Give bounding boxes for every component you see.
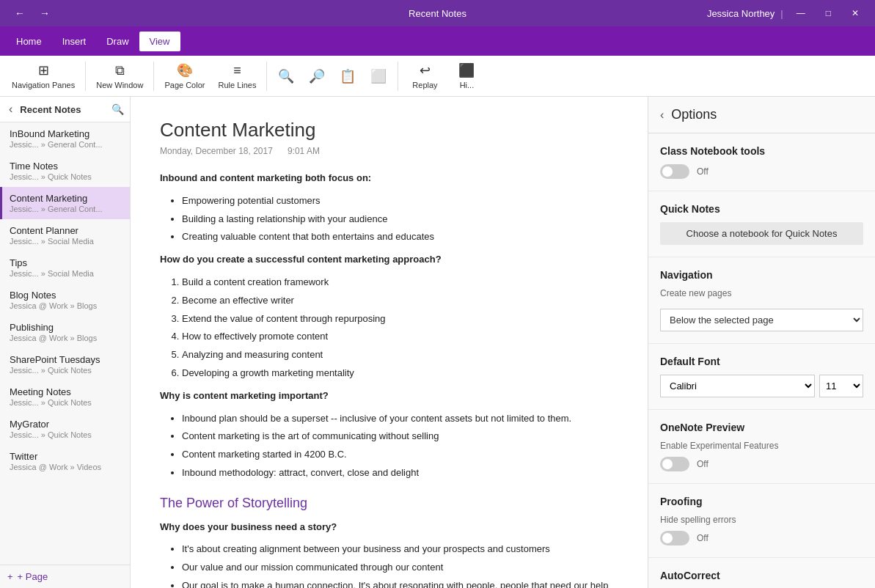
sidebar-title: Recent Notes [15, 104, 111, 115]
view-option1-icon: 📋 [340, 68, 356, 84]
page-date: Monday, December 18, 2017 [160, 146, 273, 156]
minimize-button[interactable]: — [789, 5, 813, 21]
page-body: Inbound and content marketing both focus… [160, 171, 618, 588]
section-heading-3: Why is content marketing important? [160, 390, 329, 401]
page-color-button[interactable]: 🎨 Page Color [158, 59, 210, 94]
list-item: Analyzing and measuring content [182, 348, 618, 363]
sidebar-item-sub: Jessic... » Social Media [10, 237, 122, 246]
navigation-select[interactable]: Below the selected page At the end of se… [660, 309, 863, 331]
replay-label: Replay [412, 81, 437, 89]
sidebar-item-title: Twitter [10, 451, 122, 462]
zoom-out-button[interactable]: 🔍 [271, 59, 301, 94]
options-section-default-font: Default Font Calibri Arial Times New Rom… [648, 344, 875, 410]
menu-view[interactable]: View [139, 32, 180, 51]
nav-forward-button[interactable]: → [34, 4, 56, 22]
view-option2-button[interactable]: ⬜ [364, 59, 393, 94]
sidebar-item-twitter[interactable]: Twitter Jessica @ Work » Videos [0, 445, 130, 477]
toolbar-separator-1 [85, 62, 86, 91]
list-2: Inbound plan should be a superset -- inc… [182, 411, 618, 481]
quick-notes-title: Quick Notes [660, 203, 863, 215]
maximize-button[interactable]: □ [819, 5, 838, 21]
rule-lines-label: Rule Lines [218, 81, 256, 89]
font-family-select[interactable]: Calibri Arial Times New Roman Verdana [660, 375, 815, 397]
options-section-autocorrect: AutoCorrect Capitalize the first letter … [648, 558, 875, 588]
class-notebook-toggle-label: Off [697, 166, 709, 177]
title-bar: ← → Recent Notes Jessica Northey | — □ ✕ [0, 0, 875, 26]
sidebar-item-title: Meeting Notes [10, 386, 122, 397]
list-item: How to effectively promote content [182, 329, 618, 345]
create-new-pages-label: Create new pages [660, 288, 863, 298]
sidebar-item-title: Blog Notes [10, 290, 122, 301]
options-section-proofing: Proofing Hide spelling errors Off [648, 484, 875, 558]
menu-home[interactable]: Home [6, 32, 52, 51]
sidebar-item-tips[interactable]: Tips Jessic... » Social Media [0, 251, 130, 284]
choose-notebook-button[interactable]: Choose a notebook for Quick Notes [660, 222, 863, 245]
menu-bar: Home Insert Draw View [0, 26, 875, 56]
sidebar-item-meeting-notes[interactable]: Meeting Notes Jessic... » Quick Notes [0, 381, 130, 413]
list-item: Empowering potential customers [182, 194, 618, 209]
sidebar-item-content-marketing[interactable]: Content Marketing Jessic... » General Co… [0, 187, 130, 219]
sidebar-item-sub: Jessic... » General Cont... [10, 205, 122, 213]
autocorrect-title: AutoCorrect [660, 570, 863, 581]
window-title: Recent Notes [409, 8, 466, 19]
replay-button[interactable]: ↩ Replay [403, 59, 447, 94]
list-item: Developing a growth marketing mentality [182, 366, 618, 381]
experimental-features-label: Enable Experimental Features [660, 441, 863, 451]
sidebar-item-mygrator[interactable]: MyGrator Jessic... » Quick Notes [0, 413, 130, 445]
class-notebook-toggle[interactable] [660, 164, 689, 179]
options-section-class-notebook: Class Notebook tools Off [648, 133, 875, 191]
sidebar-item-inbound-marketing[interactable]: InBound Marketing Jessic... » General Co… [0, 122, 130, 155]
ordered-list-1: Build a content creation framework Becom… [182, 275, 618, 381]
section-heading-1: Inbound and content marketing both focus… [160, 172, 371, 183]
sidebar-item-sub: Jessic... » General Cont... [10, 140, 122, 149]
sidebar-item-content-planner[interactable]: Content Planner Jessic... » Social Media [0, 219, 130, 251]
font-row: Calibri Arial Times New Roman Verdana 8 … [660, 375, 863, 397]
rule-lines-button[interactable]: ≡ Rule Lines [212, 59, 262, 94]
sidebar-back-button[interactable]: ‹ [6, 101, 15, 117]
sidebar-item-blog-notes[interactable]: Blog Notes Jessica @ Work » Blogs [0, 284, 130, 316]
sidebar-item-sharepoint-tuesdays[interactable]: SharePoint Tuesdays Jessic... » Quick No… [0, 348, 130, 381]
menu-draw[interactable]: Draw [96, 32, 139, 51]
close-button[interactable]: ✕ [844, 5, 866, 21]
navigation-panes-button[interactable]: ⊞ Navigation Panes [6, 59, 81, 94]
sidebar-item-sub: Jessic... » Social Media [10, 269, 122, 278]
new-window-button[interactable]: ⧉ New Window [90, 59, 149, 94]
page-title: Content Marketing [160, 119, 618, 142]
title-bar-nav: ← → [9, 4, 56, 22]
hide-icon: ⬛ [458, 62, 475, 78]
sidebar-search-button[interactable]: 🔍 [111, 103, 124, 115]
class-notebook-toggle-row: Off [660, 164, 863, 179]
zoom-in-button[interactable]: 🔎 [302, 59, 332, 94]
onenote-preview-slider [660, 457, 689, 471]
section-heading-4: Why does your business need a story? [160, 521, 337, 532]
onenote-preview-title: OneNote Preview [660, 422, 863, 433]
view-option1-button[interactable]: 📋 [333, 59, 362, 94]
list-item: Extend the value of content through repu… [182, 312, 618, 327]
proofing-toggle-row: Off [660, 531, 863, 545]
options-back-button[interactable]: ‹ [660, 109, 664, 122]
class-notebook-slider [660, 164, 689, 179]
add-page-button[interactable]: + + Page [0, 565, 130, 588]
font-size-select[interactable]: 8 9 10 11 12 14 16 [819, 375, 863, 397]
list-item: Content marketing is the art of communic… [182, 429, 618, 444]
list-item: Building a lasting relationship with you… [182, 212, 618, 227]
hide-button[interactable]: ⬛ Hi... [448, 59, 485, 94]
proofing-slider [660, 531, 689, 545]
navigation-panes-icon: ⊞ [38, 62, 49, 78]
menu-insert[interactable]: Insert [52, 32, 97, 51]
sidebar-item-time-notes[interactable]: Time Notes Jessic... » Quick Notes [0, 155, 130, 187]
list-item: Build a content creation framework [182, 275, 618, 290]
new-window-label: New Window [96, 81, 143, 89]
replay-icon: ↩ [420, 62, 431, 78]
sidebar-item-sub: Jessic... » Quick Notes [10, 398, 122, 407]
options-title: Options [671, 107, 717, 122]
title-right-controls: Jessica Northey | — □ ✕ [707, 5, 866, 21]
zoom-in-icon: 🔎 [309, 68, 325, 84]
sidebar-item-title: Time Notes [10, 161, 122, 172]
navigation-panes-label: Navigation Panes [12, 81, 75, 89]
onenote-preview-toggle[interactable] [660, 457, 689, 471]
list-item: Creating valuable content that both ente… [182, 229, 618, 245]
proofing-toggle[interactable] [660, 531, 689, 545]
nav-back-button[interactable]: ← [9, 4, 31, 22]
sidebar-item-publishing[interactable]: Publishing Jessica @ Work » Blogs [0, 316, 130, 348]
